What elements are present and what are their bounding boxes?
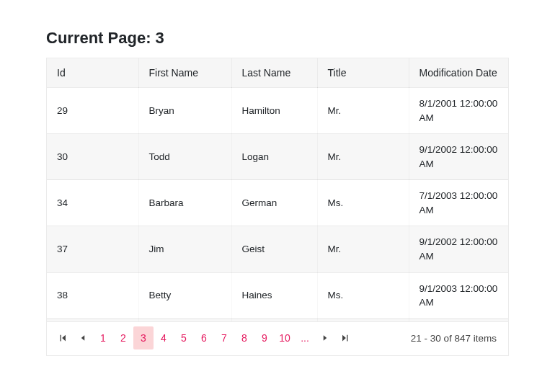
cell-last: Haines <box>231 272 317 318</box>
data-table: Id First Name Last Name Title Modificati… <box>47 58 508 321</box>
cell-last: Geist <box>231 226 317 272</box>
pager-first-button[interactable] <box>53 326 73 349</box>
title-prefix: Current Page: <box>46 29 156 47</box>
cell-mod: 9/1/2002 12:00:00 AM <box>409 318 508 321</box>
pager-page-4[interactable]: 4 <box>154 326 174 349</box>
cell-title: Mr. <box>317 88 409 134</box>
cell-id: 34 <box>47 180 138 226</box>
cell-title: Ms. <box>317 180 409 226</box>
cell-mod: 9/1/2002 12:00:00 AM <box>409 134 508 180</box>
pager-next-button[interactable] <box>315 326 335 349</box>
cell-title: Ms. <box>317 318 409 321</box>
cell-last: Looney <box>231 318 317 321</box>
cell-mod: 7/1/2003 12:00:00 AM <box>409 180 508 226</box>
cell-last: German <box>231 180 317 226</box>
pager-page-9[interactable]: 9 <box>254 326 275 349</box>
cell-id: 39 <box>47 318 138 321</box>
cell-first: Betty <box>138 272 231 318</box>
cell-last: Hamilton <box>231 88 317 134</box>
cell-first: Barbara <box>138 180 231 226</box>
col-header-title[interactable]: Title <box>317 58 409 88</box>
cell-id: 37 <box>47 226 138 272</box>
page-title: Current Page: 3 <box>46 29 509 48</box>
cell-mod: 9/1/2003 12:00:00 AM <box>409 272 508 318</box>
pager-page-3[interactable]: 3 <box>133 326 154 349</box>
caret-left-icon <box>79 334 87 342</box>
cell-id: 30 <box>47 134 138 180</box>
table-row[interactable]: 37JimGeistMr.9/1/2002 12:00:00 AM <box>47 226 508 272</box>
cell-title: Mr. <box>317 134 409 180</box>
pager-page-2[interactable]: 2 <box>113 326 133 349</box>
table-row[interactable]: 34BarbaraGermanMs.7/1/2003 12:00:00 AM <box>47 180 508 226</box>
caret-right-icon <box>321 334 329 342</box>
pager-page-1[interactable]: 1 <box>93 326 113 349</box>
col-header-id[interactable]: Id <box>47 58 138 88</box>
pager-info: 21 - 30 of 847 items <box>411 333 502 344</box>
pager-page-8[interactable]: 8 <box>234 326 254 349</box>
pager: 12345678910 ... 21 - 30 of 847 items <box>47 321 508 355</box>
cell-first: Bryan <box>138 88 231 134</box>
table-row[interactable]: 39SharonLooneyMs.9/1/2002 12:00:00 AM <box>47 318 508 321</box>
cell-first: Todd <box>138 134 231 180</box>
table-row[interactable]: 38BettyHainesMs.9/1/2003 12:00:00 AM <box>47 272 508 318</box>
pager-last-button[interactable] <box>335 326 355 349</box>
cell-last: Logan <box>231 134 317 180</box>
cell-title: Ms. <box>317 272 409 318</box>
cell-first: Jim <box>138 226 231 272</box>
col-header-lastname[interactable]: Last Name <box>231 58 317 88</box>
cell-mod: 8/1/2001 12:00:00 AM <box>409 88 508 134</box>
pager-prev-button[interactable] <box>73 326 93 349</box>
cell-first: Sharon <box>138 318 231 321</box>
cell-id: 38 <box>47 272 138 318</box>
last-page-icon <box>340 333 350 343</box>
col-header-firstname[interactable]: First Name <box>138 58 231 88</box>
col-header-moddate[interactable]: Modification Date <box>409 58 508 88</box>
cell-id: 29 <box>47 88 138 134</box>
pager-page-10[interactable]: 10 <box>275 326 295 349</box>
pager-more[interactable]: ... <box>295 326 315 349</box>
pager-page-6[interactable]: 6 <box>194 326 214 349</box>
cell-title: Mr. <box>317 226 409 272</box>
table-row[interactable]: 30ToddLoganMr.9/1/2002 12:00:00 AM <box>47 134 508 180</box>
first-page-icon <box>58 333 68 343</box>
title-page: 3 <box>156 29 164 47</box>
pager-page-7[interactable]: 7 <box>214 326 234 349</box>
pager-page-5[interactable]: 5 <box>174 326 194 349</box>
data-grid: Id First Name Last Name Title Modificati… <box>46 58 509 356</box>
table-row[interactable]: 29BryanHamiltonMr.8/1/2001 12:00:00 AM <box>47 88 508 134</box>
cell-mod: 9/1/2002 12:00:00 AM <box>409 226 508 272</box>
